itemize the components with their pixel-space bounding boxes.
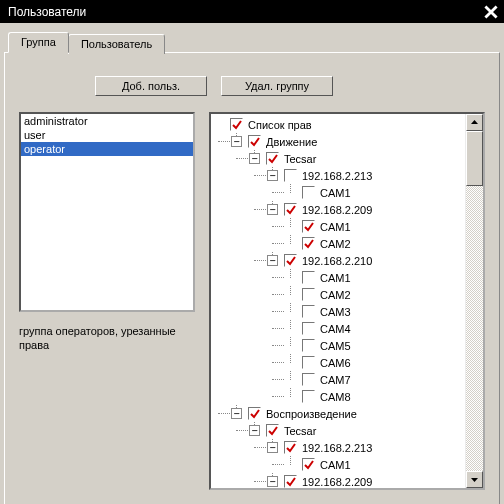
delete-group-button[interactable]: Удал. группу bbox=[221, 76, 333, 96]
tree-expander bbox=[285, 289, 296, 300]
tree-node-label[interactable]: CAM6 bbox=[318, 357, 353, 369]
tree-expander bbox=[285, 306, 296, 317]
tree-checkbox[interactable] bbox=[302, 305, 315, 318]
tree-checkbox[interactable] bbox=[302, 186, 315, 199]
permissions-panel: Список прав−Движение−Tecsar−192.168.2.21… bbox=[209, 112, 485, 490]
tree-checkbox[interactable] bbox=[302, 288, 315, 301]
tree-checkbox[interactable] bbox=[302, 390, 315, 403]
tree-checkbox[interactable] bbox=[302, 220, 315, 233]
permissions-tree[interactable]: Список прав−Движение−Tecsar−192.168.2.21… bbox=[211, 114, 465, 488]
tree-expander bbox=[285, 238, 296, 249]
scroll-up-button[interactable] bbox=[466, 114, 483, 131]
add-user-button[interactable]: Доб. польз. bbox=[95, 76, 207, 96]
tree-expander[interactable]: − bbox=[267, 204, 278, 215]
tree-expander bbox=[285, 357, 296, 368]
chevron-up-icon bbox=[471, 119, 478, 126]
tree-node-label[interactable]: CAM2 bbox=[318, 238, 353, 250]
tree-expander[interactable]: − bbox=[267, 170, 278, 181]
tree-checkbox[interactable] bbox=[302, 373, 315, 386]
tree-node-label[interactable]: CAM1 bbox=[318, 221, 353, 233]
vertical-scrollbar[interactable] bbox=[465, 114, 483, 488]
close-icon bbox=[484, 5, 498, 19]
group-list-item[interactable]: administrator bbox=[21, 114, 193, 128]
tree-checkbox[interactable] bbox=[302, 339, 315, 352]
button-row: Доб. польз. Удал. группу bbox=[95, 76, 485, 96]
left-column: administratoruseroperator группа операто… bbox=[19, 112, 195, 490]
tree-node-label[interactable]: 192.168.2.209 bbox=[300, 204, 374, 216]
tree-node-label[interactable]: 192.168.2.210 bbox=[300, 255, 374, 267]
tree-checkbox[interactable] bbox=[284, 475, 297, 488]
tree-checkbox[interactable] bbox=[302, 356, 315, 369]
tree-node-label[interactable]: Воспроизведение bbox=[264, 408, 359, 420]
tree-expander bbox=[285, 221, 296, 232]
tab-group[interactable]: Группа bbox=[8, 32, 69, 53]
group-listbox[interactable]: administratoruseroperator bbox=[19, 112, 195, 312]
tree-expander[interactable]: − bbox=[231, 136, 242, 147]
tree-expander bbox=[285, 272, 296, 283]
window-title: Пользователи bbox=[8, 5, 86, 19]
tree-node-label[interactable]: CAM4 bbox=[318, 323, 353, 335]
tab-user-label: Пользователь bbox=[81, 38, 152, 50]
tree-node-label[interactable]: 192.168.2.213 bbox=[300, 442, 374, 454]
tree-node-label[interactable]: CAM3 bbox=[318, 306, 353, 318]
tree-checkbox[interactable] bbox=[248, 135, 261, 148]
tree-expander[interactable]: − bbox=[267, 255, 278, 266]
tree-expander bbox=[213, 119, 224, 130]
tree-expander[interactable]: − bbox=[249, 425, 260, 436]
tree-expander[interactable]: − bbox=[249, 153, 260, 164]
chevron-down-icon bbox=[471, 476, 478, 483]
tree-checkbox[interactable] bbox=[284, 169, 297, 182]
tree-node-label[interactable]: CAM1 bbox=[318, 459, 353, 471]
tab-strip: Группа Пользователь bbox=[8, 31, 504, 52]
tab-group-label: Группа bbox=[21, 36, 56, 48]
tree-checkbox[interactable] bbox=[302, 237, 315, 250]
tree-expander[interactable]: − bbox=[267, 442, 278, 453]
tree-checkbox[interactable] bbox=[284, 203, 297, 216]
users-dialog: Пользователи Группа Пользователь Доб. по… bbox=[0, 0, 504, 504]
tree-node-label[interactable]: CAM5 bbox=[318, 340, 353, 352]
group-description: группа операторов, урезанные права bbox=[19, 324, 195, 352]
tab-panel: Доб. польз. Удал. группу administratorus… bbox=[4, 52, 500, 504]
tree-expander[interactable]: − bbox=[267, 476, 278, 487]
tree-checkbox[interactable] bbox=[248, 407, 261, 420]
tree-node-label[interactable]: CAM1 bbox=[318, 187, 353, 199]
tree-expander[interactable]: − bbox=[231, 408, 242, 419]
delete-group-button-label: Удал. группу bbox=[245, 80, 309, 92]
add-user-button-label: Доб. польз. bbox=[122, 80, 180, 92]
tree-node-label[interactable]: CAM8 bbox=[318, 391, 353, 403]
tree-expander bbox=[285, 340, 296, 351]
close-button[interactable] bbox=[482, 3, 500, 21]
tree-node-label[interactable]: CAM1 bbox=[318, 272, 353, 284]
tree-checkbox[interactable] bbox=[284, 441, 297, 454]
title-bar: Пользователи bbox=[0, 0, 504, 23]
tree-expander bbox=[285, 323, 296, 334]
tree-checkbox[interactable] bbox=[266, 424, 279, 437]
tree-node-label[interactable]: CAM7 bbox=[318, 374, 353, 386]
tree-expander bbox=[285, 374, 296, 385]
tree-node-label[interactable]: Tecsar bbox=[282, 425, 318, 437]
tree-node-label[interactable]: Tecsar bbox=[282, 153, 318, 165]
tree-expander bbox=[285, 187, 296, 198]
group-list-item[interactable]: user bbox=[21, 128, 193, 142]
group-list-item[interactable]: operator bbox=[21, 142, 193, 156]
scrollbar-thumb[interactable] bbox=[466, 131, 483, 186]
tree-node-label[interactable]: Список прав bbox=[246, 119, 314, 131]
tree-expander bbox=[285, 391, 296, 402]
tab-user[interactable]: Пользователь bbox=[68, 34, 165, 54]
tree-checkbox[interactable] bbox=[302, 322, 315, 335]
tree-checkbox[interactable] bbox=[302, 458, 315, 471]
tree-expander bbox=[285, 459, 296, 470]
scroll-down-button[interactable] bbox=[466, 471, 483, 488]
tree-node-label[interactable]: 192.168.2.213 bbox=[300, 170, 374, 182]
tree-node-label[interactable]: Движение bbox=[264, 136, 319, 148]
tree-checkbox[interactable] bbox=[230, 118, 243, 131]
tree-checkbox[interactable] bbox=[266, 152, 279, 165]
tree-node-label[interactable]: CAM2 bbox=[318, 289, 353, 301]
tree-checkbox[interactable] bbox=[302, 271, 315, 284]
tree-checkbox[interactable] bbox=[284, 254, 297, 267]
tree-node-label[interactable]: 192.168.2.209 bbox=[300, 476, 374, 488]
